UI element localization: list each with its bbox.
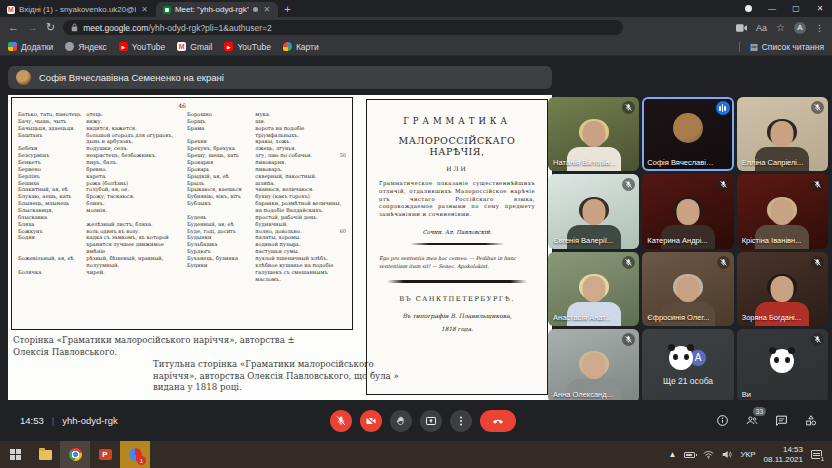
dictionary-entry: Бенкетъпиръ, балъ. xyxy=(18,159,177,166)
tab-close-icon[interactable]: ✕ xyxy=(140,5,149,14)
dictionary-entry: Броварняпивоварня. xyxy=(187,159,346,166)
battery-icon[interactable] xyxy=(684,452,695,458)
meeting-code: yhh-odyd-rgk xyxy=(62,415,117,426)
entry-definition: желѣзный листъ; бляха. xyxy=(86,221,177,228)
dictionary-entry: Бачу, чышь, чытьвижу. xyxy=(18,118,177,125)
participant-tile-3[interactable]: Елліна Сапріелі... xyxy=(737,97,828,171)
tab-gmail[interactable]: M Вхідні (1) - snyakovenko.uk20@l ✕ xyxy=(0,2,156,17)
entry-definition: водяной пузырь. xyxy=(255,241,346,248)
youtube-icon: ▶ xyxy=(119,42,128,51)
tray-expand-icon[interactable]: ▲ xyxy=(669,450,677,459)
person-face xyxy=(771,121,794,147)
camera-off-button[interactable] xyxy=(360,410,382,432)
entry-word: Броварня xyxy=(187,159,255,166)
bookmark-label: YouTube xyxy=(237,42,270,52)
bookmark-label: Карти xyxy=(296,42,319,52)
entry-word: Блыскавиця, блыскавка xyxy=(18,207,86,221)
window-maximize-button[interactable]: ▢ xyxy=(784,0,808,17)
clock[interactable]: 14:53 08.11.2021 xyxy=(764,445,803,465)
participant-tile-10[interactable]: Анна Олександ... xyxy=(548,329,639,403)
bookmark-star-icon[interactable]: ☆ xyxy=(776,22,785,33)
entry-word: Божкунъ xyxy=(18,228,86,235)
bookmark-gmail[interactable]: MGmail xyxy=(177,42,212,52)
entry-definition: блинъ. xyxy=(86,200,177,207)
url-bar[interactable]: meet.google.com/yhh-odyd-rgk?pli=1&authu… xyxy=(63,20,623,35)
more-options-button[interactable] xyxy=(450,410,472,432)
entry-word: Буханець, бузинка xyxy=(187,255,255,262)
participant-tile-12[interactable]: Ви xyxy=(737,329,828,403)
entry-definition: нехристецъ; безбожникъ. xyxy=(86,152,177,159)
title-page-line: МАЛОРОССІЙСКАГО НАРѢЧІЯ, xyxy=(379,135,535,157)
file-explorer-button[interactable] xyxy=(30,441,60,468)
forward-button[interactable]: → xyxy=(27,22,38,33)
participant-tile-9[interactable]: Зоряна Богдані... xyxy=(737,252,828,326)
chrome-taskbar-button[interactable] xyxy=(60,441,90,468)
entry-definition: большой огородъ для огурцовъ, дынь и арб… xyxy=(86,132,177,146)
raise-hand-button[interactable] xyxy=(390,410,412,432)
chat-icon xyxy=(775,414,788,427)
dictionary-entry: Брехунъ, брехухалжець, лгунья. xyxy=(187,145,346,152)
participant-tile-7[interactable]: Анастасія Анат... xyxy=(548,252,639,326)
new-tab-button[interactable]: + xyxy=(284,3,290,15)
present-button[interactable] xyxy=(420,410,442,432)
presenter-avatar xyxy=(16,70,31,85)
bookmark-карти[interactable]: Карти xyxy=(283,42,319,52)
profile-avatar[interactable]: A xyxy=(794,22,806,34)
dictionary-entry: Блынець, млынецьблинъ. xyxy=(18,200,177,207)
entry-definition: видится, кажется. xyxy=(86,125,177,132)
dictionary-entry: Батько, тато, панотецьотець. xyxy=(18,111,177,118)
dictionary-entry: Божевільный, ая, еѣрѣзвый, бѣшеный, нрав… xyxy=(18,255,177,269)
powerpoint-icon: P xyxy=(99,449,112,460)
tab-close-icon[interactable]: ✕ xyxy=(262,5,271,14)
language-indicator[interactable]: УКР xyxy=(740,450,755,459)
chat-button[interactable] xyxy=(775,414,788,427)
end-call-button[interactable] xyxy=(480,410,516,432)
back-button[interactable]: ← xyxy=(8,22,19,33)
wifi-icon[interactable] xyxy=(703,450,714,459)
camera-in-use-icon[interactable] xyxy=(736,24,747,32)
participant-name: Катерина Андрі... xyxy=(647,236,715,245)
participant-tile-4[interactable]: Євгенія Валерії... xyxy=(548,174,639,248)
entry-word: Бешиха xyxy=(18,180,86,187)
bookmark-яндекс[interactable]: Яндекс xyxy=(65,42,107,52)
entry-word: Буцики xyxy=(187,262,255,283)
window-close-button[interactable]: ✕ xyxy=(808,0,832,17)
bookmark-youtube[interactable]: ▶YouTube xyxy=(224,42,270,52)
meeting-details-button[interactable] xyxy=(716,414,729,427)
caption-left-page: Сторінка «Граматики малоросійського нарі… xyxy=(13,335,343,358)
dictionary-column-right: Борошномука.Борщъщи.Брамаворота на подоб… xyxy=(187,111,346,282)
participant-tile-11[interactable]: AЩе 21 особа xyxy=(642,329,733,403)
participant-tile-6[interactable]: Крістіна Іванівн... xyxy=(737,174,828,248)
entry-definition: голубой, ая, ое. xyxy=(86,186,177,193)
reading-list-button[interactable]: ▤ Список читання xyxy=(739,42,824,52)
action-center-icon[interactable]: 1 xyxy=(811,450,822,459)
participant-tile-2[interactable]: Софія Вячеславів... xyxy=(642,97,733,171)
bookmark-label: Додатки xyxy=(21,42,53,52)
activities-button[interactable] xyxy=(804,414,818,427)
entry-definition: мука. xyxy=(255,111,346,118)
bookmark-додатки[interactable]: Додатки xyxy=(8,42,53,52)
reload-button[interactable]: ↻ xyxy=(46,22,55,33)
start-button[interactable] xyxy=(0,441,30,468)
tab-meet[interactable]: Meet: "yhh-odyd-rgk" ✕ xyxy=(156,2,278,17)
volume-icon[interactable] xyxy=(722,450,732,459)
self-avatar-wrap xyxy=(770,349,794,373)
person-face xyxy=(582,199,605,225)
page-number: 46 xyxy=(18,102,346,109)
participant-tile-1[interactable]: Наталія Вікторів... xyxy=(548,97,639,171)
window-minimize-button[interactable]: — xyxy=(760,0,784,17)
bookmark-youtube[interactable]: ▶YouTube xyxy=(119,42,165,52)
powerpoint-taskbar-button[interactable]: P xyxy=(90,441,120,468)
mic-off-button[interactable] xyxy=(330,410,352,432)
menu-icon[interactable]: ⋮ xyxy=(815,23,824,33)
attention-app-button[interactable]: 1 xyxy=(120,441,150,468)
translate-icon[interactable]: Aа xyxy=(756,23,767,33)
mic-off-icon xyxy=(717,256,730,269)
participant-tile-8[interactable]: Єфросинія Олег... xyxy=(642,252,733,326)
participants-button[interactable]: 33 xyxy=(745,414,759,427)
participant-tile-5[interactable]: Катерина Андрі... xyxy=(642,174,733,248)
dictionary-entry: Бервенобревно. xyxy=(18,166,177,173)
entry-definition: чванюся, величаюся. xyxy=(255,186,346,193)
window-profile-icon[interactable] xyxy=(745,5,752,12)
presenting-banner: Софія Вячеславівна Семененко на екрані xyxy=(8,66,552,89)
